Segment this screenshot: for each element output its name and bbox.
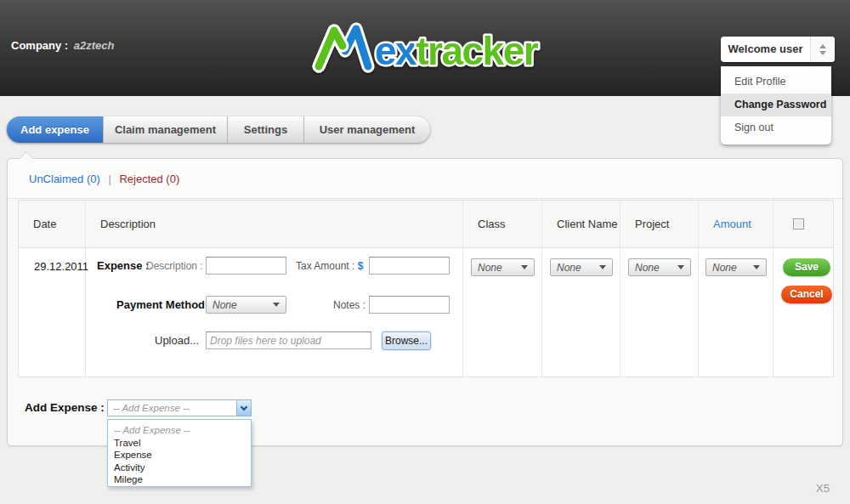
upload-dropzone-input[interactable] bbox=[206, 331, 371, 349]
dropdown-arrow-icon bbox=[677, 265, 684, 269]
client-name-select[interactable]: None bbox=[550, 258, 613, 276]
app-header: Company : a2ztech extracker Welcome user… bbox=[0, 0, 850, 96]
date-value: 29.12.2011 bbox=[19, 248, 85, 273]
tab-settings[interactable]: Settings bbox=[227, 116, 303, 143]
description-label: Description : bbox=[146, 257, 203, 275]
add-expense-select[interactable]: -- Add Expense -- bbox=[107, 399, 252, 416]
add-expense-label: Add Expense : bbox=[25, 401, 105, 414]
table-row: 29.12.2011 Expense : Description : Tax A… bbox=[19, 248, 833, 377]
dropdown-arrow-icon bbox=[521, 265, 528, 269]
column-header-project-name: Project Name bbox=[620, 201, 699, 247]
date-cell: 29.12.2011 bbox=[19, 248, 86, 377]
filter-links: UnClaimed (0) | Rejected (0) bbox=[8, 159, 842, 199]
menu-item-sign-out[interactable]: Sign out bbox=[721, 116, 831, 139]
link-separator: | bbox=[108, 173, 110, 185]
upload-label: Upload... bbox=[155, 331, 199, 350]
rejected-link[interactable]: Rejected (0) bbox=[119, 173, 179, 185]
cancel-button[interactable]: Cancel bbox=[781, 286, 832, 303]
logo-text-ex: ex bbox=[375, 29, 417, 73]
class-select[interactable]: None bbox=[471, 258, 535, 276]
column-header-select bbox=[774, 201, 833, 247]
user-menu-toggle[interactable] bbox=[810, 37, 835, 62]
table-header-row: Date Description Class Client Name Proje… bbox=[19, 201, 833, 248]
logo-m-icon: extracker bbox=[319, 29, 539, 73]
add-expense-option-list: -- Add Expense -- Travel Expense Activit… bbox=[107, 419, 252, 487]
dropdown-arrow-icon bbox=[599, 265, 606, 269]
menu-item-change-password[interactable]: Change Password bbox=[721, 93, 831, 116]
project-name-select[interactable]: None bbox=[628, 258, 691, 276]
menu-item-edit-profile[interactable]: Edit Profile bbox=[721, 71, 831, 93]
column-header-class: Class bbox=[463, 201, 542, 247]
chevron-down-icon bbox=[241, 403, 247, 410]
company-info: Company : a2ztech bbox=[11, 39, 115, 52]
logo-text-tracker: tracker bbox=[416, 29, 539, 73]
user-dropdown-menu: Edit Profile Change Password Sign out bbox=[721, 66, 831, 144]
expense-label: Expense : bbox=[97, 257, 149, 275]
actions-cell: Save Cancel bbox=[774, 248, 833, 377]
tab-claim-management[interactable]: Claim management bbox=[103, 116, 227, 143]
option-add-expense[interactable]: -- Add Expense -- bbox=[108, 424, 251, 437]
notes-input[interactable] bbox=[369, 296, 450, 314]
class-cell: None bbox=[463, 248, 542, 377]
payment-method-select[interactable]: None bbox=[206, 296, 286, 314]
option-expense[interactable]: Expense bbox=[108, 449, 251, 462]
option-travel[interactable]: Travel bbox=[108, 437, 251, 450]
column-header-amount[interactable]: Amount bbox=[699, 201, 774, 247]
notes-label: Notes : bbox=[333, 296, 366, 314]
tab-add-expense[interactable]: Add expense bbox=[7, 116, 103, 143]
watermark: X5 bbox=[816, 482, 830, 495]
option-milege[interactable]: Milege bbox=[108, 473, 251, 486]
svg-text:extracker: extracker bbox=[375, 29, 539, 73]
tab-user-management[interactable]: User management bbox=[303, 116, 430, 143]
dropdown-arrow-icon bbox=[273, 303, 280, 307]
company-name: a2ztech bbox=[74, 39, 115, 52]
unclaimed-link[interactable]: UnClaimed (0) bbox=[29, 173, 100, 185]
project-name-cell: None bbox=[620, 248, 699, 377]
column-header-description: Description bbox=[86, 201, 463, 247]
content-panel: UnClaimed (0) | Rejected (0) Date Descri… bbox=[7, 158, 843, 446]
payment-method-label: Payment Method : bbox=[116, 296, 212, 314]
user-menu-button[interactable]: Welcome user bbox=[721, 37, 835, 62]
amount-cell: None bbox=[699, 248, 774, 377]
client-name-cell: None bbox=[542, 248, 620, 377]
column-header-date: Date bbox=[19, 201, 86, 247]
column-header-client-name: Client Name bbox=[542, 201, 620, 247]
description-cell: Expense : Description : Tax Amount : $ P… bbox=[86, 248, 463, 377]
company-label: Company : bbox=[11, 39, 68, 52]
add-expense-arrow-button[interactable] bbox=[236, 400, 251, 416]
browse-button[interactable]: Browse... bbox=[382, 331, 431, 350]
save-button[interactable]: Save bbox=[783, 258, 830, 276]
arrow-up-icon bbox=[819, 44, 826, 48]
panel-notch bbox=[20, 152, 33, 159]
tax-amount-input[interactable] bbox=[369, 257, 450, 275]
description-input[interactable] bbox=[206, 257, 286, 275]
tax-amount-label: Tax Amount : $ bbox=[296, 257, 363, 275]
add-expense-selected-value: -- Add Expense -- bbox=[108, 400, 236, 416]
select-all-checkbox[interactable] bbox=[793, 218, 804, 229]
dropdown-arrow-icon bbox=[753, 265, 760, 269]
app-logo: extracker bbox=[310, 19, 548, 75]
expense-table: Date Description Class Client Name Proje… bbox=[18, 200, 834, 377]
amount-select[interactable]: None bbox=[706, 258, 767, 276]
arrow-down-icon bbox=[819, 51, 826, 55]
main-tabs: Add expense Claim management Settings Us… bbox=[7, 116, 430, 143]
user-menu-label[interactable]: Welcome user bbox=[721, 37, 810, 62]
dollar-sign: $ bbox=[358, 260, 364, 272]
option-activity[interactable]: Activity bbox=[108, 462, 251, 474]
